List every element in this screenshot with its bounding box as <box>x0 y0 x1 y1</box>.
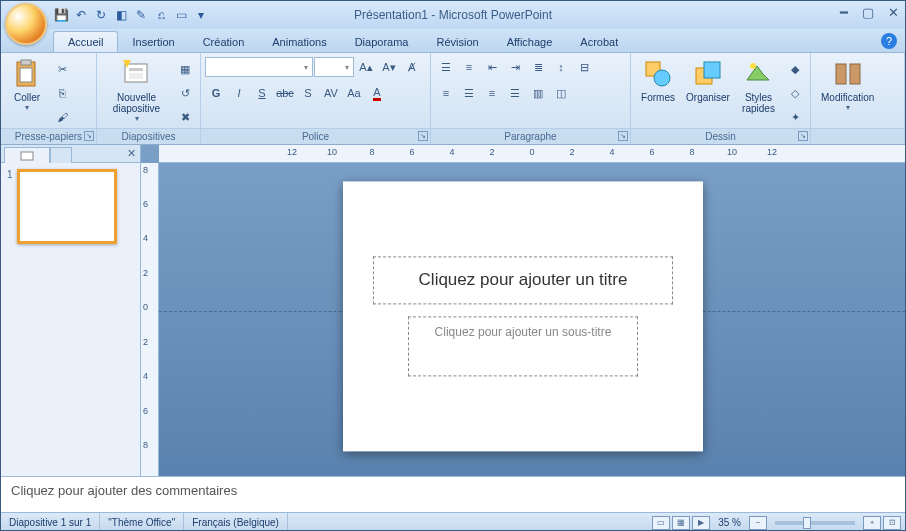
svg-rect-10 <box>704 62 720 78</box>
office-button[interactable] <box>5 3 47 45</box>
fit-window-button[interactable]: ⊡ <box>883 516 901 530</box>
minimize-button[interactable]: ━ <box>840 5 848 20</box>
notes-pane[interactable]: Cliquez pour ajouter des commentaires <box>1 476 905 512</box>
new-slide-label: Nouvelle diapositive <box>107 92 166 114</box>
outline-tab[interactable] <box>50 147 72 163</box>
tab-affichage[interactable]: Affichage <box>493 32 567 52</box>
quick-styles-button[interactable]: Styles rapides <box>735 56 782 116</box>
font-size-combo[interactable]: ▾ <box>314 57 354 77</box>
change-case-icon[interactable]: Aa <box>343 82 365 104</box>
vertical-ruler[interactable]: 8 6 4 2 0 2 4 6 8 <box>141 163 159 476</box>
paste-button[interactable]: Coller ▾ <box>5 56 49 114</box>
zoom-knob[interactable] <box>803 517 811 529</box>
arrange-icon <box>692 58 724 90</box>
editing-button[interactable]: Modification ▾ <box>815 56 880 114</box>
clear-format-icon[interactable]: A̸ <box>401 56 423 78</box>
zoom-out-button[interactable]: − <box>749 516 767 530</box>
layout-icon[interactable]: ▦ <box>174 58 196 80</box>
zoom-slider[interactable] <box>775 521 855 525</box>
svg-rect-2 <box>20 68 32 82</box>
tab-accueil[interactable]: Accueil <box>53 31 118 52</box>
qat-icon-1[interactable]: ◧ <box>113 7 129 23</box>
drawing-launcher[interactable]: ↘ <box>798 131 808 141</box>
status-slide[interactable]: Diapositive 1 sur 1 <box>1 513 100 531</box>
group-drawing: Formes Organiser Styles rapides ◆ ◇ ✦ De… <box>631 53 811 144</box>
columns-icon[interactable]: ▥ <box>527 82 549 104</box>
find-icon <box>832 58 864 90</box>
align-center-icon[interactable]: ☰ <box>458 82 480 104</box>
group-clipboard: Coller ▾ ✂ ⎘ 🖌 Presse-papiers↘ <box>1 53 97 144</box>
panel-tabs: ✕ <box>1 145 140 163</box>
slide-canvas[interactable]: Cliquez pour ajouter un titre Cliquez po… <box>343 181 703 451</box>
shrink-font-icon[interactable]: A▾ <box>378 56 400 78</box>
tab-revision[interactable]: Révision <box>422 32 492 52</box>
redo-icon[interactable]: ↻ <box>93 7 109 23</box>
shape-effects-icon[interactable]: ✦ <box>784 106 806 128</box>
underline-button[interactable]: S <box>251 82 273 104</box>
justify-icon[interactable]: ☰ <box>504 82 526 104</box>
tab-animations[interactable]: Animations <box>258 32 340 52</box>
panel-close-icon[interactable]: ✕ <box>127 147 136 160</box>
char-spacing-icon[interactable]: AV <box>320 82 342 104</box>
new-slide-button[interactable]: Nouvelle diapositive ▾ <box>101 56 172 125</box>
shadow-button[interactable]: S <box>297 82 319 104</box>
delete-slide-icon[interactable]: ✖ <box>174 106 196 128</box>
save-icon[interactable]: 💾 <box>53 7 69 23</box>
subtitle-placeholder[interactable]: Cliquez pour ajouter un sous-titre <box>408 316 638 376</box>
font-name-combo[interactable]: ▾ <box>205 57 313 77</box>
text-direction-icon[interactable]: ↕ <box>550 56 572 78</box>
slideshow-button[interactable]: ▶ <box>692 516 710 530</box>
zoom-in-button[interactable]: + <box>863 516 881 530</box>
shape-fill-icon[interactable]: ◆ <box>784 58 806 80</box>
svg-point-11 <box>750 63 756 69</box>
maximize-button[interactable]: ▢ <box>862 5 874 20</box>
sorter-view-button[interactable]: ▦ <box>672 516 690 530</box>
align-right-icon[interactable]: ≡ <box>481 82 503 104</box>
status-theme[interactable]: "Thème Office" <box>100 513 184 531</box>
bold-button[interactable]: G <box>205 82 227 104</box>
status-language[interactable]: Français (Belgique) <box>184 513 288 531</box>
qat-icon-4[interactable]: ▭ <box>173 7 189 23</box>
strike-button[interactable]: abc <box>274 82 296 104</box>
undo-icon[interactable]: ↶ <box>73 7 89 23</box>
svg-rect-6 <box>129 73 143 79</box>
copy-icon[interactable]: ⎘ <box>51 82 73 104</box>
bullets-icon[interactable]: ☰ <box>435 56 457 78</box>
qat-icon-2[interactable]: ✎ <box>133 7 149 23</box>
align-left-icon[interactable]: ≡ <box>435 82 457 104</box>
help-button[interactable]: ? <box>881 33 897 49</box>
qat-more-icon[interactable]: ▾ <box>193 7 209 23</box>
clipboard-launcher[interactable]: ↘ <box>84 131 94 141</box>
align-text-icon[interactable]: ⊟ <box>573 56 595 78</box>
zoom-level[interactable]: 35 % <box>712 517 747 528</box>
close-button[interactable]: ✕ <box>888 5 899 20</box>
clipboard-icon <box>11 58 43 90</box>
slides-tab[interactable] <box>4 147 50 163</box>
format-painter-icon[interactable]: 🖌 <box>51 106 73 128</box>
font-color-icon[interactable]: A <box>366 82 388 104</box>
convert-smartart-icon[interactable]: ◫ <box>550 82 572 104</box>
tab-diaporama[interactable]: Diaporama <box>341 32 423 52</box>
grow-font-icon[interactable]: A▴ <box>355 56 377 78</box>
qat-icon-3[interactable]: ⎌ <box>153 7 169 23</box>
font-launcher[interactable]: ↘ <box>418 131 428 141</box>
increase-indent-icon[interactable]: ⇥ <box>504 56 526 78</box>
tab-acrobat[interactable]: Acrobat <box>566 32 632 52</box>
italic-button[interactable]: I <box>228 82 250 104</box>
svg-rect-14 <box>21 152 33 160</box>
slide-thumbnail-1[interactable] <box>17 169 117 244</box>
decrease-indent-icon[interactable]: ⇤ <box>481 56 503 78</box>
reset-icon[interactable]: ↺ <box>174 82 196 104</box>
tab-insertion[interactable]: Insertion <box>118 32 188 52</box>
tab-creation[interactable]: Création <box>189 32 259 52</box>
title-placeholder[interactable]: Cliquez pour ajouter un titre <box>373 256 673 304</box>
arrange-button[interactable]: Organiser <box>683 56 733 105</box>
horizontal-ruler[interactable]: 12 10 8 6 4 2 0 2 4 6 8 10 12 <box>159 145 905 163</box>
shape-outline-icon[interactable]: ◇ <box>784 82 806 104</box>
paragraph-launcher[interactable]: ↘ <box>618 131 628 141</box>
cut-icon[interactable]: ✂ <box>51 58 73 80</box>
shapes-button[interactable]: Formes <box>635 56 681 105</box>
numbering-icon[interactable]: ≡ <box>458 56 480 78</box>
line-spacing-icon[interactable]: ≣ <box>527 56 549 78</box>
normal-view-button[interactable]: ▭ <box>652 516 670 530</box>
